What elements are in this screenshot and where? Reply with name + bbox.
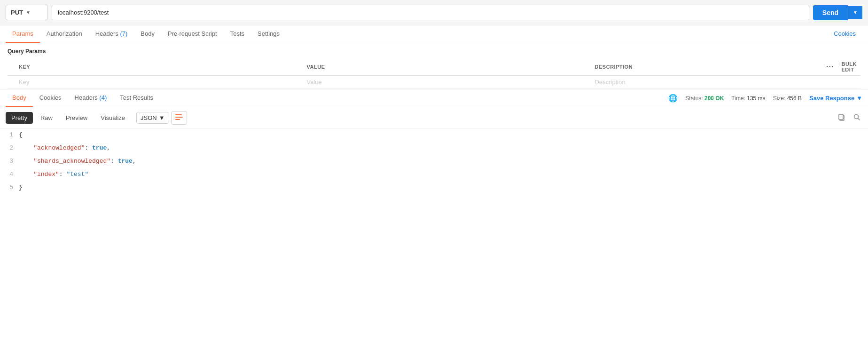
status-code: 200 OK [704, 95, 724, 102]
resp-tab-test-results[interactable]: Test Results [113, 89, 160, 107]
resp-headers-badge: (4) [99, 94, 107, 101]
line-number-3: 3 [0, 155, 19, 167]
toolbar-right [836, 111, 862, 125]
tab-settings[interactable]: Settings [251, 25, 286, 43]
line-content-2: "acknowledged": true, [19, 142, 868, 154]
url-input[interactable] [52, 5, 809, 20]
response-tabs: Body Cookies Headers (4) Test Results 🌐 … [0, 89, 868, 107]
param-description-input[interactable]: Description [591, 76, 823, 89]
resp-tab-cookies[interactable]: Cookies [33, 89, 68, 107]
copy-button[interactable] [836, 111, 847, 125]
svg-line-6 [858, 118, 860, 120]
code-line-4: 4 "index": "test" [0, 168, 868, 182]
wrap-button[interactable] [171, 111, 187, 125]
format-chevron-icon: ▼ [159, 114, 165, 121]
send-dropdown-button[interactable]: ▼ [848, 6, 862, 19]
th-description: DESCRIPTION [591, 58, 823, 76]
status-label: Status: 200 OK [685, 95, 724, 102]
view-pretty-button[interactable]: Pretty [6, 112, 33, 124]
line-content-3: "shards_acknowledged": true, [19, 155, 868, 167]
line-content-4: "index": "test" [19, 168, 868, 180]
top-bar: PUT ▼ Send ▼ [0, 0, 868, 25]
more-options-icon[interactable]: ··· [826, 63, 834, 71]
line-number-2: 2 [0, 142, 19, 154]
line-number-5: 5 [0, 182, 19, 193]
response-body: 1 { 2 "acknowledged": true, 3 "shards_ac… [0, 129, 868, 195]
params-table: KEY VALUE DESCRIPTION ··· Bulk Edit Key … [8, 58, 860, 89]
th-key: KEY [15, 58, 303, 76]
view-raw-button[interactable]: Raw [35, 112, 58, 124]
code-line-5: 5 } [0, 182, 868, 195]
response-status: 🌐 Status: 200 OK Time: 135 ms Size: 456 … [668, 94, 862, 103]
th-actions: ··· [822, 58, 837, 76]
line-number-4: 4 [0, 168, 19, 180]
format-label: JSON [141, 114, 157, 121]
tab-params[interactable]: Params [6, 25, 40, 43]
tab-body[interactable]: Body [134, 25, 161, 43]
th-value: VALUE [303, 58, 591, 76]
format-selector[interactable]: JSON ▼ [136, 112, 169, 124]
search-button[interactable] [851, 111, 862, 125]
line-number-1: 1 [0, 129, 19, 141]
query-params-section: Query Params KEY VALUE DESCRIPTION ··· B… [0, 43, 868, 89]
resp-tab-body[interactable]: Body [6, 89, 33, 107]
response-body-toolbar: Pretty Raw Preview Visualize JSON ▼ [0, 107, 868, 129]
query-params-label: Query Params [8, 48, 860, 55]
svg-rect-0 [175, 114, 182, 115]
request-tabs: Params Authorization Headers (7) Body Pr… [0, 25, 868, 43]
size-label: Size: 456 B [773, 95, 802, 102]
svg-rect-4 [839, 114, 843, 119]
send-button-group: Send ▼ [813, 5, 862, 20]
save-response-button[interactable]: Save Response ▼ [809, 95, 862, 102]
view-preview-button[interactable]: Preview [60, 112, 93, 124]
headers-badge: (7) [120, 30, 127, 37]
th-checkbox [8, 58, 15, 76]
view-visualize-button[interactable]: Visualize [95, 112, 131, 124]
line-content-1: { [19, 129, 868, 141]
time-value: 135 ms [747, 95, 765, 102]
time-label: Time: 135 ms [731, 95, 765, 102]
globe-icon: 🌐 [668, 94, 678, 103]
send-button[interactable]: Send [813, 5, 848, 20]
save-response-chevron-icon: ▼ [856, 95, 862, 102]
param-checkbox [8, 76, 15, 89]
method-label: PUT [11, 9, 23, 16]
tab-tests[interactable]: Tests [224, 25, 251, 43]
method-selector[interactable]: PUT ▼ [6, 5, 48, 20]
tab-pre-request-script[interactable]: Pre-request Script [161, 25, 224, 43]
resp-tab-headers[interactable]: Headers (4) [68, 89, 114, 107]
line-content-5: } [19, 182, 868, 193]
th-bulk-edit[interactable]: Bulk Edit [837, 58, 860, 76]
method-chevron-icon: ▼ [26, 10, 31, 15]
cookies-link[interactable]: Cookies [827, 25, 862, 43]
tab-authorization[interactable]: Authorization [40, 25, 89, 43]
param-row-empty: Key Value Description [8, 76, 860, 89]
code-line-1: 1 { [0, 129, 868, 142]
code-line-3: 3 "shards_acknowledged": true, [0, 155, 868, 168]
param-value-input[interactable]: Value [303, 76, 591, 89]
svg-rect-2 [175, 119, 180, 120]
code-line-2: 2 "acknowledged": true, [0, 142, 868, 155]
size-value: 456 B [787, 95, 802, 102]
svg-rect-1 [175, 117, 183, 118]
param-key-input[interactable]: Key [15, 76, 303, 89]
tab-headers[interactable]: Headers (7) [89, 25, 134, 43]
